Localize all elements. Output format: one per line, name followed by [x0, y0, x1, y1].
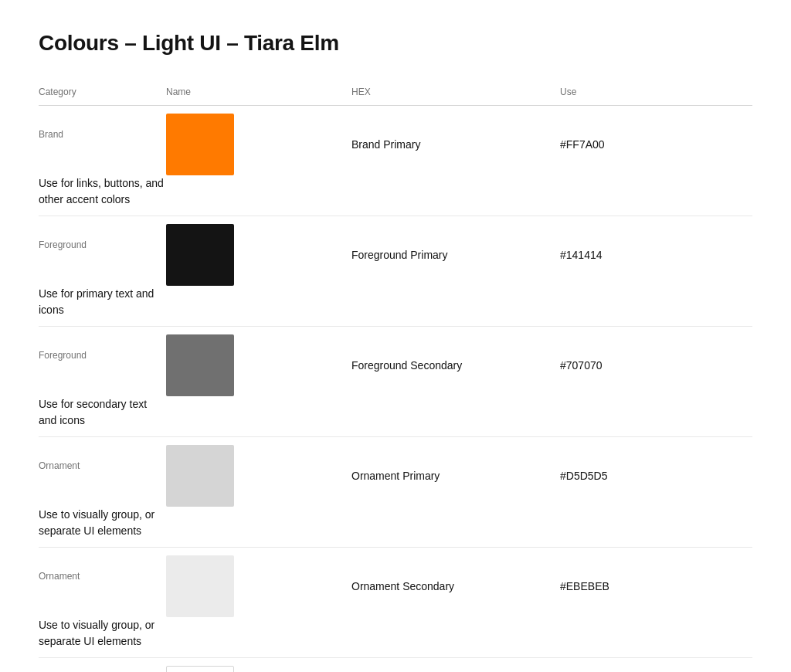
- color-use: Use to visually group, or separate UI el…: [39, 507, 166, 539]
- header-category: Category: [39, 87, 166, 97]
- category-cell: Foreground: [39, 334, 166, 361]
- color-hex: #EBEBEB: [560, 580, 791, 592]
- color-hex: #141414: [560, 249, 791, 261]
- swatch-cell: [166, 224, 351, 286]
- color-use: Use for links, buttons, and other accent…: [39, 175, 166, 208]
- color-name: Foreground Primary: [351, 249, 560, 261]
- category-cell: Background: [39, 666, 166, 672]
- category-cell: Brand: [39, 114, 166, 140]
- color-hex: #FF7A00: [560, 138, 791, 151]
- color-swatch: [166, 334, 234, 396]
- category-cell: Foreground: [39, 224, 166, 250]
- swatch-cell: [166, 666, 351, 672]
- table-row: ForegroundForeground Primary#141414Use f…: [39, 216, 752, 327]
- table-header: Category Name HEX Use: [39, 87, 752, 106]
- color-use: Use to visually group, or separate UI el…: [39, 617, 166, 650]
- color-hex: #D5D5D5: [560, 470, 791, 482]
- swatch-cell: [166, 555, 351, 617]
- color-swatch: [166, 114, 234, 175]
- swatch-cell: [166, 445, 351, 507]
- header-name: Name: [166, 87, 351, 97]
- swatch-cell: [166, 334, 351, 396]
- color-name: Brand Primary: [351, 138, 560, 151]
- swatch-cell: [166, 114, 351, 175]
- header-use: Use: [560, 87, 791, 97]
- color-name: Ornament Secondary: [351, 580, 560, 592]
- header-hex: HEX: [351, 87, 560, 97]
- color-swatch: [166, 224, 234, 286]
- table-row: BackgroundBackground Primary#FFFFFFUse a…: [39, 658, 752, 672]
- table-row: BrandBrand Primary#FF7A00Use for links, …: [39, 106, 752, 216]
- color-name: Ornament Primary: [351, 470, 560, 482]
- category-cell: Ornament: [39, 445, 166, 471]
- table-row: OrnamentOrnament Primary#D5D5D5Use to vi…: [39, 437, 752, 548]
- color-use: Use for primary text and icons: [39, 286, 166, 318]
- table-row: ForegroundForeground Secondary#707070Use…: [39, 327, 752, 437]
- color-swatch: [166, 666, 234, 672]
- color-swatch: [166, 445, 234, 507]
- category-cell: Ornament: [39, 555, 166, 582]
- color-swatch: [166, 555, 234, 617]
- table-row: OrnamentOrnament Secondary#EBEBEBUse to …: [39, 548, 752, 658]
- page-title: Colours – Light UI – Tiara Elm: [39, 31, 752, 56]
- color-table: BrandBrand Primary#FF7A00Use for links, …: [39, 106, 752, 672]
- color-hex: #707070: [560, 359, 791, 372]
- color-use: Use for secondary text and icons: [39, 396, 166, 429]
- color-name: Foreground Secondary: [351, 359, 560, 372]
